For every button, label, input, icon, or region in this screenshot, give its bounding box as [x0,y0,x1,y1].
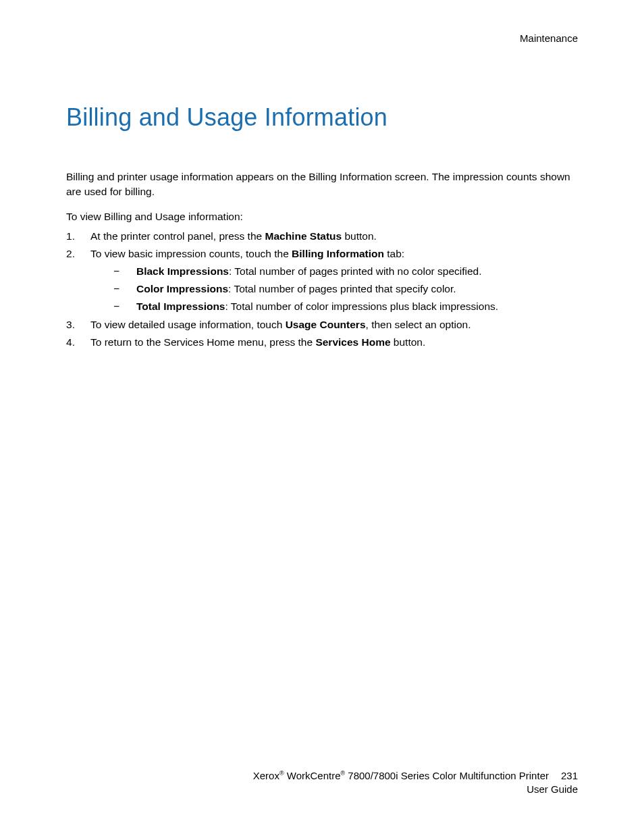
step-text: button. [391,336,426,348]
footer-brand: Xerox [253,770,279,781]
sub-item: Color Impressions: Total number of pages… [90,281,578,298]
sub-bold: Color Impressions [136,283,228,294]
intro-paragraph: Billing and printer usage information ap… [66,170,578,200]
steps-list: At the printer control panel, press the … [66,228,578,350]
step-text: To return to the Services Home menu, pre… [90,336,315,348]
sub-bold: Black Impressions [136,265,229,277]
step-2: To view basic impression counts, touch t… [66,246,578,315]
step-bold: Billing Information [292,248,384,259]
footer-brand: WorkCentre [284,770,341,781]
page-title: Billing and Usage Information [66,103,578,132]
step-text: At the printer control panel, press the [90,230,265,242]
header-section-label: Maintenance [66,32,578,44]
sub-item: Total Impressions: Total number of color… [90,298,578,315]
sub-list: Black Impressions: Total number of pages… [90,263,578,315]
footer-model: 7800/7800i Series Color Multifunction Pr… [345,770,549,781]
step-1: At the printer control panel, press the … [66,228,578,244]
footer-line-2: User Guide [253,783,578,796]
sub-text: : Total number of color impressions plus… [225,301,499,312]
sub-text: : Total number of pages printed with no … [229,265,482,277]
step-bold: Usage Counters [286,319,366,330]
step-text: , then select an option. [366,319,471,330]
page-footer: Xerox® WorkCentre® 7800/7800i Series Col… [253,769,578,797]
page-number: 231 [561,769,578,783]
step-text: button. [342,230,377,242]
step-bold: Services Home [315,336,390,348]
step-text: To view detailed usage information, touc… [90,319,286,330]
sub-bold: Total Impressions [136,301,225,312]
step-4: To return to the Services Home menu, pre… [66,334,578,350]
sub-text: : Total number of pages printed that spe… [228,283,456,294]
step-text: To view basic impression counts, touch t… [90,248,292,259]
step-3: To view detailed usage information, touc… [66,317,578,333]
sub-item: Black Impressions: Total number of pages… [90,263,578,280]
footer-line-1: Xerox® WorkCentre® 7800/7800i Series Col… [253,769,578,783]
step-text: tab: [384,248,404,259]
step-bold: Machine Status [265,230,342,242]
registered-icon: ® [279,770,284,777]
document-page: Maintenance Billing and Usage Informatio… [0,0,644,834]
lead-sentence: To view Billing and Usage information: [66,209,578,224]
